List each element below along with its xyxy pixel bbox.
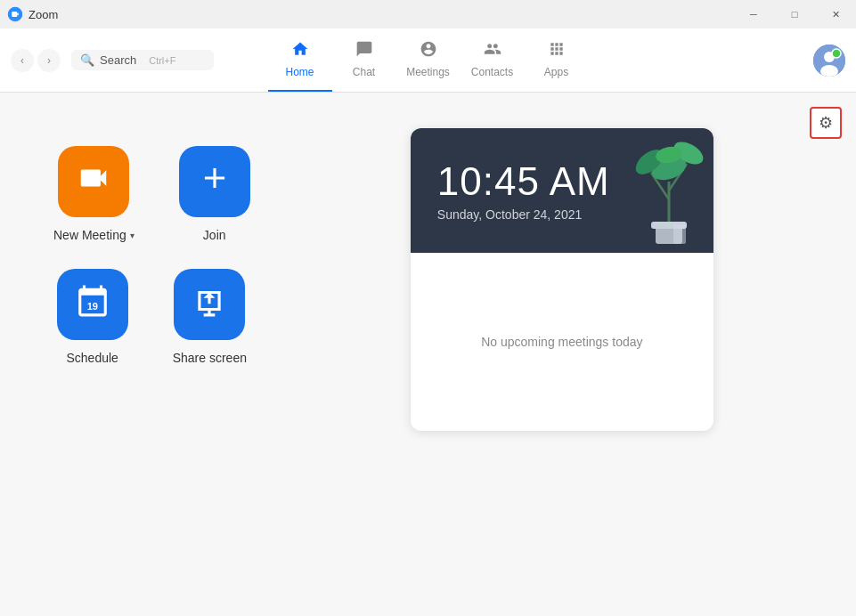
- avatar-image: [813, 45, 845, 77]
- meetings-section: No upcoming meetings today: [411, 253, 713, 431]
- contacts-icon: [484, 40, 501, 62]
- actions-row-2: 19 Schedule: [57, 269, 247, 365]
- chat-icon: [355, 40, 373, 62]
- video-icon: [77, 161, 110, 202]
- search-icon: 🔍: [80, 53, 94, 67]
- close-button[interactable]: ✕: [815, 0, 856, 28]
- schedule-item[interactable]: 19 Schedule: [57, 269, 128, 365]
- clock-section: 10:45 AM Sunday, October 24, 2021: [411, 128, 713, 253]
- settings-button[interactable]: ⚙: [810, 107, 842, 139]
- main-content: ⚙ New Meeting ▾: [0, 93, 856, 616]
- tab-chat[interactable]: Chat: [332, 28, 396, 92]
- search-box[interactable]: 🔍 Search Ctrl+F: [71, 50, 214, 70]
- search-label: Search: [100, 53, 136, 67]
- dropdown-arrow-icon: ▾: [130, 231, 135, 240]
- join-item[interactable]: Join: [179, 146, 250, 242]
- app-logo: Zoom: [7, 6, 58, 22]
- share-screen-label: Share screen: [173, 351, 247, 365]
- new-meeting-item[interactable]: New Meeting ▾: [53, 146, 135, 242]
- tab-apps[interactable]: Apps: [525, 28, 589, 92]
- user-avatar[interactable]: [813, 45, 845, 77]
- app-title: Zoom: [29, 8, 58, 21]
- svg-rect-15: [673, 224, 686, 244]
- tab-contacts[interactable]: Contacts: [461, 28, 525, 92]
- schedule-button[interactable]: 19: [57, 269, 128, 340]
- tab-meetings[interactable]: Meetings: [396, 28, 461, 92]
- home-icon: [291, 40, 309, 62]
- svg-text:19: 19: [86, 301, 97, 312]
- meetings-icon: [420, 40, 437, 62]
- apps-icon: [548, 40, 566, 62]
- tab-contacts-label: Contacts: [471, 66, 513, 78]
- new-meeting-button[interactable]: [58, 146, 129, 217]
- nav-tabs: Home Chat Meetings: [268, 28, 589, 92]
- svg-point-4: [832, 49, 841, 58]
- schedule-label: Schedule: [67, 351, 118, 365]
- actions-row-1: New Meeting ▾ Join: [53, 146, 250, 242]
- new-meeting-label: New Meeting ▾: [53, 228, 135, 242]
- tab-home[interactable]: Home: [268, 28, 332, 92]
- minimize-button[interactable]: ─: [733, 0, 774, 28]
- meeting-card: 10:45 AM Sunday, October 24, 2021 No upc…: [411, 128, 713, 431]
- nav-left: ‹ › 🔍 Search Ctrl+F: [11, 49, 214, 72]
- join-label: Join: [203, 228, 226, 242]
- back-button[interactable]: ‹: [11, 49, 34, 72]
- maximize-button[interactable]: □: [774, 0, 815, 28]
- calendar-icon: 19: [76, 284, 110, 325]
- gear-icon: ⚙: [819, 113, 833, 133]
- window-controls: ─ □ ✕: [733, 0, 856, 28]
- nav-right: [813, 45, 845, 77]
- no-meetings-text: No upcoming meetings today: [481, 335, 642, 349]
- tab-meetings-label: Meetings: [406, 66, 450, 78]
- right-panel: 10:45 AM Sunday, October 24, 2021 No upc…: [304, 93, 856, 616]
- actions-area: New Meeting ▾ Join: [0, 93, 304, 365]
- share-icon: [192, 284, 226, 325]
- tab-apps-label: Apps: [544, 66, 568, 78]
- plant-decoration-icon: [624, 128, 713, 253]
- share-screen-item[interactable]: Share screen: [173, 269, 247, 365]
- share-screen-button[interactable]: [174, 269, 245, 340]
- forward-button[interactable]: ›: [37, 49, 61, 72]
- tab-home-label: Home: [285, 66, 314, 78]
- title-bar: Zoom ─ □ ✕: [0, 0, 856, 28]
- nav-bar: ‹ › 🔍 Search Ctrl+F Home Chat: [0, 28, 856, 93]
- plus-icon: [198, 161, 232, 202]
- tab-chat-label: Chat: [353, 66, 375, 78]
- zoom-logo-icon: [7, 6, 23, 22]
- join-button[interactable]: [179, 146, 250, 217]
- search-shortcut: Ctrl+F: [149, 55, 175, 66]
